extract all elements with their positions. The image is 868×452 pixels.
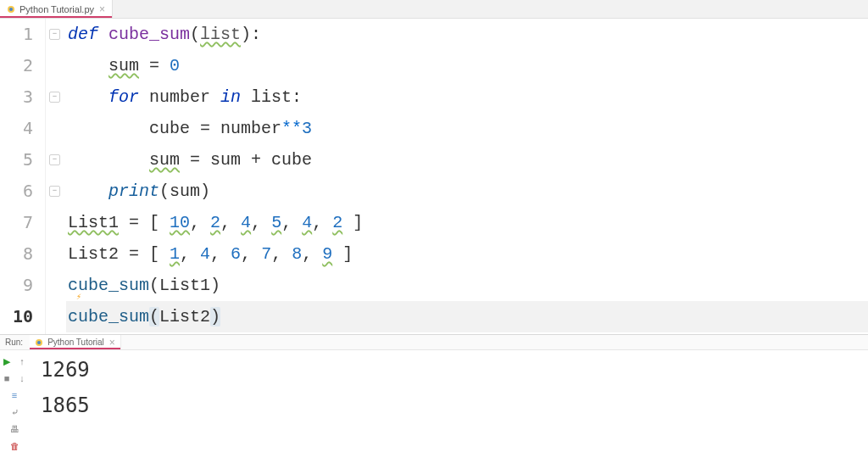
fold-toggle-icon[interactable]: − <box>49 29 60 40</box>
svg-point-1 <box>9 8 13 11</box>
python-file-icon <box>7 5 15 14</box>
python-file-icon <box>35 338 43 347</box>
gutter: 12345678910 <box>0 19 46 334</box>
close-icon[interactable]: × <box>99 3 105 15</box>
run-panel: Run: Python Tutorial × ▶ ↑ ■ ↓ ≡ ⤶ 🖶 🗑 1… <box>0 335 868 452</box>
line-number: 9 <box>0 270 33 301</box>
fold-toggle-icon[interactable]: − <box>49 186 60 197</box>
code-line[interactable]: List1 = [ 10, 2, 4, 5, 4, 2 ] <box>66 207 868 238</box>
close-icon[interactable]: × <box>109 337 115 349</box>
code-line[interactable]: sum = 0 <box>66 50 868 81</box>
line-number: 5 <box>0 144 33 176</box>
svg-point-3 <box>37 341 41 344</box>
intention-bulb-icon[interactable]: ⚡ <box>76 282 81 313</box>
code-line[interactable]: cube = number**3 <box>66 113 868 144</box>
rerun-icon[interactable]: ▶ <box>1 355 13 367</box>
code-body: 12345678910 −−−− ⚡ def cube_sum(list): s… <box>0 19 868 334</box>
print-icon[interactable]: 🖶 <box>8 423 20 435</box>
run-output[interactable]: 12691865 <box>29 350 868 452</box>
fold-toggle-icon[interactable]: − <box>49 92 60 103</box>
trash-icon[interactable]: 🗑 <box>8 440 20 452</box>
editor-tab-label: Python Tutorial.py <box>19 4 94 14</box>
line-number: 1 <box>0 19 33 50</box>
code-lines[interactable]: ⚡ def cube_sum(list): sum = 0 for number… <box>66 19 868 334</box>
line-number: 7 <box>0 207 33 238</box>
run-body: ▶ ↑ ■ ↓ ≡ ⤶ 🖶 🗑 12691865 <box>0 350 868 452</box>
code-line[interactable]: for number in list: <box>66 81 868 113</box>
layout-icon[interactable]: ≡ <box>8 389 20 401</box>
run-toolbar: ▶ ↑ ■ ↓ ≡ ⤶ 🖶 🗑 <box>0 350 29 452</box>
fold-toggle-icon[interactable]: − <box>49 154 60 165</box>
code-line[interactable]: def cube_sum(list): <box>66 19 868 50</box>
output-line: 1865 <box>41 388 868 423</box>
line-number: 4 <box>0 113 33 144</box>
line-number: 10 <box>0 301 33 332</box>
line-number: 6 <box>0 176 33 207</box>
fold-column: −−−− <box>46 19 66 334</box>
editor-tab-bar: Python Tutorial.py × <box>0 0 868 19</box>
wrap-icon[interactable]: ⤶ <box>8 406 20 418</box>
stop-icon[interactable]: ■ <box>1 372 13 384</box>
code-line[interactable]: print(sum) <box>66 176 868 207</box>
down-icon[interactable]: ↓ <box>16 372 28 384</box>
run-label: Run: <box>5 338 23 347</box>
run-header: Run: Python Tutorial × <box>0 335 868 350</box>
editor-tab[interactable]: Python Tutorial.py × <box>0 0 113 18</box>
line-number: 8 <box>0 238 33 270</box>
output-line: 1269 <box>41 352 868 388</box>
run-tab-label: Python Tutorial <box>47 338 104 347</box>
up-icon[interactable]: ↑ <box>16 355 28 367</box>
editor-pane: Python Tutorial.py × 12345678910 −−−− ⚡ … <box>0 0 868 335</box>
code-line[interactable]: List2 = [ 1, 4, 6, 7, 8, 9 ] <box>66 238 868 270</box>
code-line[interactable]: sum = sum + cube <box>66 144 868 176</box>
line-number: 2 <box>0 50 33 81</box>
line-number: 3 <box>0 81 33 113</box>
code-line[interactable]: cube_sum(List1) <box>66 270 868 301</box>
run-tab[interactable]: Python Tutorial × <box>30 335 121 349</box>
code-line[interactable]: cube_sum(List2) <box>66 301 868 332</box>
